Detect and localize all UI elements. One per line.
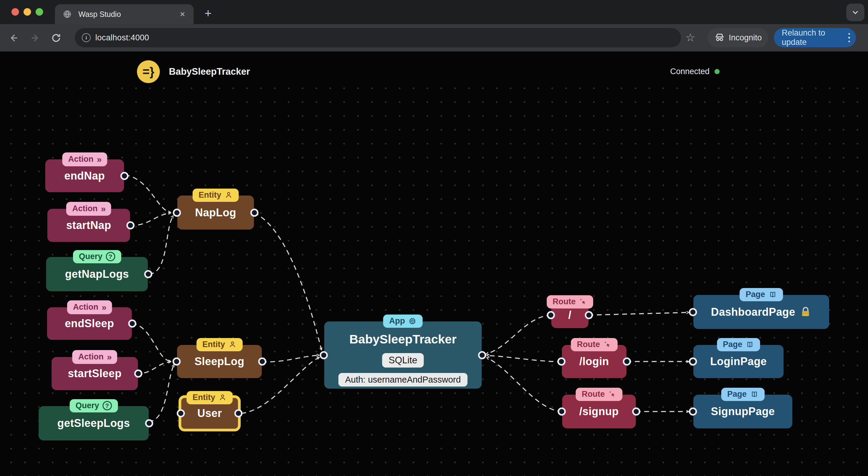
- query-badge: Query?: [69, 399, 118, 412]
- open-book-icon: [769, 291, 777, 299]
- handle-source[interactable]: [547, 311, 555, 319]
- window-close-button[interactable]: [11, 8, 19, 16]
- handle-target[interactable]: [173, 358, 181, 366]
- lock-icon: [800, 306, 812, 318]
- node-label: endNap: [64, 170, 105, 182]
- node-entity-naplog[interactable]: Entity NapLog: [177, 196, 254, 230]
- arrow-right-icon: [30, 33, 40, 43]
- node-label: getSleepLogs: [57, 417, 130, 430]
- node-label: /login: [579, 355, 609, 368]
- node-action-endnap[interactable]: Action» endNap: [45, 159, 124, 192]
- handle-target[interactable]: [689, 358, 697, 366]
- app-name: BabySleepTracker: [349, 332, 457, 346]
- chevron-down-icon: [851, 8, 860, 16]
- entity-badge: Entity: [186, 391, 232, 404]
- node-app-babysleeptracker[interactable]: App BabySleepTracker SQLite Auth: userna…: [324, 321, 482, 388]
- handle-source[interactable]: [632, 408, 640, 416]
- node-label: endSleep: [65, 317, 114, 330]
- handle-target[interactable]: [173, 208, 181, 216]
- status-dot-icon: [714, 69, 720, 74]
- node-page-dashboardpage[interactable]: Page DashboardPage: [693, 295, 829, 329]
- node-label: SignupPage: [711, 405, 775, 418]
- node-page-signuppage[interactable]: Page SignupPage: [693, 395, 792, 429]
- reload-button[interactable]: [50, 31, 63, 44]
- db-pill: SQLite: [382, 353, 424, 368]
- node-action-endsleep[interactable]: Action» endSleep: [47, 307, 132, 340]
- handle-target[interactable]: [177, 409, 185, 417]
- node-page-loginpage[interactable]: Page LoginPage: [693, 345, 783, 378]
- question-circle-icon: ?: [102, 401, 112, 410]
- handle-source[interactable]: [234, 409, 243, 417]
- incognito-icon: [714, 32, 725, 43]
- wasp-studio-canvas[interactable]: =} BabySleepTracker Connected Action» en…: [0, 0, 868, 476]
- page-name: DashboardPage: [711, 306, 795, 318]
- incognito-badge: Incognito: [708, 28, 769, 47]
- url-bar[interactable]: i localhost:4000: [75, 28, 681, 47]
- app-badge: App: [383, 314, 423, 328]
- handle-source[interactable]: [128, 320, 136, 328]
- wasp-logo: =}: [137, 60, 160, 83]
- browser-tab[interactable]: Wasp Studio ×: [55, 4, 194, 24]
- browser-toolbar: i localhost:4000 ☆ Incognito Relaunch to…: [0, 24, 868, 52]
- node-route-root[interactable]: Route /: [551, 302, 588, 328]
- node-action-startsleep[interactable]: Action» startSleep: [52, 357, 138, 390]
- node-entity-user[interactable]: Entity User: [179, 395, 241, 432]
- node-label: /signup: [579, 405, 619, 418]
- auth-pill: Auth: usernameAndPassword: [338, 373, 467, 386]
- open-book-icon: [746, 340, 754, 349]
- status-label: Connected: [670, 67, 710, 76]
- node-label: User: [197, 407, 222, 420]
- action-badge: Action»: [62, 152, 107, 166]
- route-badge: Route: [547, 295, 593, 308]
- node-action-startnap[interactable]: Action» startNap: [48, 209, 130, 242]
- action-chevrons-icon: »: [107, 351, 111, 363]
- handle-source[interactable]: [557, 358, 565, 366]
- handle-source[interactable]: [250, 208, 258, 216]
- node-query-getsleeplogs[interactable]: Query? getSleepLogs: [39, 406, 149, 440]
- handle-target[interactable]: [689, 308, 697, 316]
- action-chevrons-icon: »: [102, 302, 106, 313]
- node-entity-sleeplog[interactable]: Entity SleepLog: [177, 345, 262, 378]
- person-icon: [225, 191, 233, 199]
- handle-source[interactable]: [144, 270, 152, 278]
- node-label: LoginPage: [710, 355, 767, 368]
- cursor-click-icon: [608, 390, 616, 398]
- handle-source[interactable]: [258, 358, 266, 366]
- action-badge: Action»: [67, 300, 112, 314]
- handle-source[interactable]: [585, 311, 593, 319]
- browser-menu-kebab-icon[interactable]: [848, 33, 850, 42]
- forward-button[interactable]: [28, 31, 42, 44]
- window-minimize-button[interactable]: [24, 8, 31, 16]
- handle-target[interactable]: [320, 351, 328, 359]
- node-query-getnaplogs[interactable]: Query? getNapLogs: [46, 257, 148, 291]
- entity-badge: Entity: [192, 189, 239, 202]
- window-zoom-button[interactable]: [36, 8, 43, 16]
- node-label: DashboardPage: [711, 306, 811, 318]
- handle-source[interactable]: [623, 358, 631, 366]
- tab-close-button[interactable]: ×: [177, 8, 188, 20]
- site-info-icon[interactable]: i: [82, 33, 91, 42]
- handle-source[interactable]: [134, 370, 142, 378]
- open-book-icon: [750, 390, 758, 399]
- node-route-login[interactable]: Route /login: [562, 345, 626, 378]
- tab-title: Wasp Studio: [79, 10, 121, 19]
- node-route-signup[interactable]: Route /signup: [562, 395, 636, 429]
- relaunch-to-update-button[interactable]: Relaunch to update: [774, 28, 856, 47]
- tab-search-chevron-button[interactable]: [846, 4, 864, 21]
- node-label: /: [568, 309, 571, 321]
- handle-target[interactable]: [689, 408, 697, 416]
- back-button[interactable]: [7, 31, 21, 44]
- url-text[interactable]: localhost:4000: [95, 33, 149, 42]
- route-badge: Route: [576, 388, 622, 401]
- handle-source[interactable]: [120, 172, 128, 180]
- page-badge: Page: [740, 288, 783, 301]
- handle-source[interactable]: [126, 222, 134, 230]
- new-tab-button[interactable]: +: [200, 5, 216, 21]
- node-label: SleepLog: [194, 355, 244, 368]
- page-badge: Page: [721, 388, 765, 401]
- handle-source[interactable]: [145, 419, 153, 428]
- bookmark-star-button[interactable]: ☆: [682, 30, 699, 46]
- handle-target[interactable]: [478, 351, 486, 359]
- handle-source[interactable]: [558, 408, 566, 416]
- query-badge: Query?: [73, 250, 121, 263]
